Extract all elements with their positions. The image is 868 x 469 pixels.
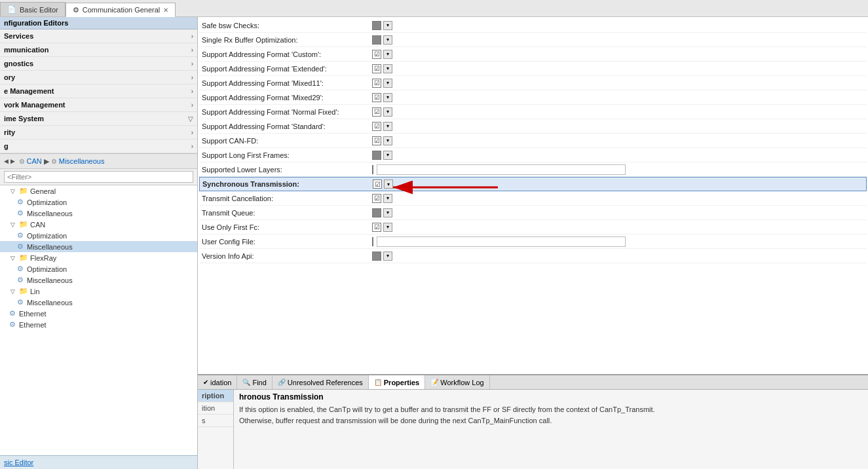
checkbox-sync-tx[interactable]: ☑ [373, 179, 382, 189]
general-folder-icon: 📁 [19, 187, 28, 195]
can-folder-icon: 📁 [19, 220, 28, 229]
bottom-left-description[interactable]: ription [198, 390, 233, 402]
tab-find[interactable]: 🔍 Find [237, 375, 272, 389]
nav-section-time-system[interactable]: ime System ▽ [0, 112, 197, 126]
tree-item-flexray-optimization[interactable]: ⚙ Optimization [0, 263, 197, 274]
dropdown-tx-queue[interactable]: ▾ [383, 208, 392, 217]
prop-row-user-config: User Config File: [199, 235, 867, 249]
tree-item-flexray-label: FlexRay [30, 254, 56, 262]
tab-validation[interactable]: ✔ idation [198, 375, 237, 389]
dropdown-sync-tx[interactable]: ▾ [384, 179, 393, 189]
dropdown-long-frames[interactable]: ▾ [383, 151, 392, 160]
nav-section-diagnostics[interactable]: gnostics › [0, 57, 197, 71]
tree-item-can-misc[interactable]: ⚙ Miscellaneous [0, 241, 197, 252]
nav-section-diagnostics-chevron: › [191, 60, 193, 67]
breadcrumb-icon2: ⚙ [51, 158, 57, 165]
breadcrumb-can: CAN [27, 157, 42, 165]
dropdown-version-info[interactable]: ▾ [383, 252, 392, 261]
checkbox-tx-cancel[interactable]: ☑ [372, 194, 381, 203]
checkbox-use-first-fc[interactable]: ☑ [372, 223, 381, 232]
dropdown-tx-cancel[interactable]: ▾ [383, 194, 392, 203]
tab-workflow-label: Workflow Log [440, 379, 483, 386]
checkbox-addr-mixed11[interactable]: ☑ [372, 79, 381, 88]
prop-label-addr-mixed29: Support Addressing Format 'Mixed29': [202, 94, 372, 102]
basic-editor-link-text[interactable]: sic Editor [4, 459, 33, 466]
checkbox-addr-custom[interactable]: ☑ [372, 50, 381, 59]
prop-label-use-first-fc: Use Only First Fc: [202, 223, 372, 231]
user-config-input[interactable] [377, 236, 626, 247]
dropdown-addr-mixed11[interactable]: ▾ [383, 79, 392, 88]
checkbox-addr-mixed29[interactable]: ☑ [372, 93, 381, 102]
bottom-left-links[interactable]: s [198, 415, 233, 427]
prop-row-addr-extended: Support Addressing Format 'Extended': ☑ … [199, 62, 867, 76]
tab-find-label: Find [252, 379, 266, 386]
tree-item-can-optimization[interactable]: ⚙ Optimization [0, 230, 197, 241]
prop-row-addr-mixed11: Support Addressing Format 'Mixed11': ☑ ▾ [199, 76, 867, 90]
prop-label-sync-tx: Synchronous Transmission: [202, 180, 373, 188]
prop-label-safe-bsw: Safe bsw Checks: [202, 22, 372, 29]
tab-properties[interactable]: 📋 Properties [369, 375, 425, 389]
checkbox-tx-queue[interactable] [372, 208, 381, 217]
nav-section-life-mgmt[interactable]: e Management › [0, 84, 197, 98]
nav-section-logging[interactable]: g › [0, 140, 197, 153]
dropdown-addr-mixed29[interactable]: ▾ [383, 93, 392, 102]
nav-section-communication[interactable]: mmunication › [0, 43, 197, 57]
breadcrumb-arrows[interactable]: ◀ ▶ [4, 158, 15, 164]
tree-item-flexray-misc[interactable]: ⚙ Miscellaneous [0, 274, 197, 286]
nav-section-memory[interactable]: ory › [0, 71, 197, 84]
tree-item-can[interactable]: ▽ 📁 CAN [0, 219, 197, 230]
basic-editor-link: sic Editor [0, 455, 197, 469]
lower-layers-input[interactable] [377, 164, 626, 175]
tab-basic-editor[interactable]: 📄 Basic Editor [0, 2, 66, 16]
checkbox-version-info[interactable] [372, 252, 381, 261]
prop-value-version-info: ▾ [372, 252, 392, 261]
lin-expand-icon: ▽ [8, 288, 17, 295]
dropdown-safe-bsw[interactable]: ▾ [383, 21, 392, 30]
checkbox-single-rx[interactable] [372, 35, 381, 45]
prop-value-addr-extended: ☑ ▾ [372, 64, 392, 73]
tree-item-flexray[interactable]: ▽ 📁 FlexRay [0, 252, 197, 263]
checkbox-addr-standard[interactable]: ☑ [372, 122, 381, 131]
nav-section-security[interactable]: rity › [0, 126, 197, 140]
tab-comm-general-close[interactable]: ✕ [163, 7, 168, 14]
nav-section-time-system-chevron: ▽ [188, 115, 193, 122]
tree-item-general-misc[interactable]: ⚙ Miscellaneous [0, 208, 197, 219]
checkbox-long-frames[interactable] [372, 151, 381, 160]
dropdown-use-first-fc[interactable]: ▾ [383, 223, 392, 232]
tree-item-general-optimization[interactable]: ⚙ Optimization [0, 197, 197, 208]
left-nav-panel: Services › mmunication › gnostics › ory … [0, 29, 197, 153]
nav-section-network-mgmt[interactable]: vork Management › [0, 98, 197, 112]
tree-item-flexray-misc-label: Miscellaneous [27, 276, 73, 284]
checkbox-safe-bsw[interactable] [372, 21, 381, 30]
nav-section-services[interactable]: Services › [0, 29, 197, 43]
dropdown-addr-standard[interactable]: ▾ [383, 122, 392, 131]
checkbox-addr-normal[interactable]: ☑ [372, 107, 381, 117]
tab-comm-general[interactable]: ⚙ Communication General ✕ [66, 3, 176, 17]
checkbox-addr-extended[interactable]: ☑ [372, 64, 381, 73]
lower-layers-drag-icon [372, 165, 373, 174]
left-panel: nfiguration Editors Services › mmunicati… [0, 17, 198, 469]
prop-row-use-first-fc: Use Only First Fc: ☑ ▾ [199, 220, 867, 235]
tree-item-lin[interactable]: ▽ 📁 Lin [0, 286, 197, 297]
tree-item-general-misc-label: Miscellaneous [27, 210, 73, 217]
bottom-right-panel: hronous Transmission If this option is e… [234, 390, 868, 469]
tab-workflow[interactable]: 📝 Workflow Log [425, 375, 489, 389]
tab-unresolved[interactable]: 🔗 Unresolved References [273, 375, 369, 389]
bottom-left-condition[interactable]: ition [198, 402, 233, 415]
checkbox-canfd[interactable]: ☑ [372, 136, 381, 145]
nav-section-communication-label: mmunication [4, 46, 48, 54]
tree-item-ethernet2[interactable]: ⚙ Ethernet [0, 319, 197, 330]
dropdown-single-rx[interactable]: ▾ [383, 35, 392, 45]
can-expand-icon: ▽ [8, 221, 17, 228]
dropdown-addr-normal[interactable]: ▾ [383, 107, 392, 117]
dropdown-addr-custom[interactable]: ▾ [383, 50, 392, 59]
filter-input[interactable] [4, 171, 193, 183]
tree-item-ethernet2-label: Ethernet [19, 321, 47, 329]
tree-item-ethernet1[interactable]: ⚙ Ethernet [0, 308, 197, 319]
tab-bar: 📄 Basic Editor ⚙ Communication General ✕ [0, 0, 868, 17]
dropdown-canfd[interactable]: ▾ [383, 136, 392, 145]
tree-item-general[interactable]: ▽ 📁 General [0, 185, 197, 197]
tree-item-lin-misc[interactable]: ⚙ Miscellaneous [0, 297, 197, 308]
dropdown-addr-extended[interactable]: ▾ [383, 64, 392, 73]
nav-section-network-mgmt-chevron: › [191, 102, 193, 109]
